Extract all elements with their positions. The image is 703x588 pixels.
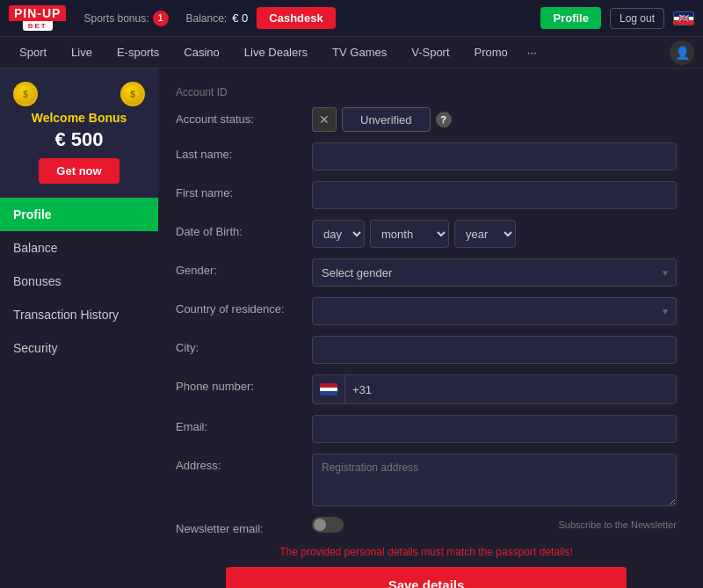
- last-name-input[interactable]: [312, 142, 677, 171]
- nav-sport[interactable]: Sport: [9, 39, 57, 66]
- newsletter-toggle[interactable]: [312, 517, 344, 533]
- sidebar-item-profile[interactable]: Profile: [0, 198, 158, 231]
- nav-more[interactable]: ···: [522, 39, 542, 66]
- dob-day-select[interactable]: day: [312, 220, 365, 248]
- city-input[interactable]: [312, 336, 677, 364]
- logo: PIN-UP BET: [9, 5, 66, 31]
- address-row: Address:: [176, 454, 677, 506]
- coin-right: $: [120, 82, 145, 106]
- sports-bonus-count[interactable]: 1: [153, 11, 169, 26]
- welcome-widget: $ $ Welcome Bonus € 500 Get now: [0, 69, 158, 198]
- nav-vsport[interactable]: V-Sport: [401, 39, 460, 66]
- account-status-label: Account status:: [176, 107, 303, 126]
- status-clear-button[interactable]: ✕: [312, 107, 337, 132]
- sports-bonus-label: Sports bonus:: [83, 12, 149, 25]
- form-section: Account ID Account status: ✕ Unverified …: [158, 69, 703, 588]
- language-selector[interactable]: 🇬🇧: [673, 11, 694, 25]
- sidebar-item-transaction-history[interactable]: Transaction History: [0, 298, 158, 331]
- logo-top: PIN-UP: [9, 5, 66, 21]
- account-status-row: Account status: ✕ Unverified ?: [176, 107, 677, 132]
- status-badge: Unverified: [342, 107, 431, 132]
- city-row: City:: [176, 336, 677, 364]
- save-details-button[interactable]: Save details: [226, 567, 627, 588]
- nl-flag: [320, 383, 337, 396]
- newsletter-subscribe-text: Subscribe to the Newsletter: [558, 519, 677, 530]
- address-textarea[interactable]: [312, 454, 677, 506]
- dob-year-select[interactable]: year: [454, 220, 516, 248]
- country-row: Country of residence: ▼: [176, 297, 677, 325]
- coin-left: $: [13, 82, 38, 106]
- last-name-label: Last name:: [176, 142, 303, 161]
- address-label: Address:: [176, 454, 303, 472]
- welcome-title: Welcome Bonus: [13, 111, 145, 125]
- nav-esports[interactable]: E-sports: [106, 39, 170, 66]
- cashdesk-button[interactable]: Cashdesk: [257, 7, 335, 29]
- nav-live[interactable]: Live: [61, 39, 103, 66]
- first-name-input[interactable]: [312, 181, 677, 209]
- warning-text: The provided personal details must match…: [176, 546, 677, 558]
- phone-label: Phone number:: [176, 374, 303, 393]
- email-row: Email:: [176, 415, 677, 443]
- country-select-wrapper: ▼: [312, 297, 677, 325]
- country-label: Country of residence:: [176, 297, 303, 316]
- dob-month-select[interactable]: month: [370, 220, 449, 248]
- gender-row: Gender: Select gender Male Female ▼: [176, 258, 677, 287]
- logo-bottom: BET: [23, 21, 53, 31]
- sports-bonus-section: Sports bonus: 1: [83, 11, 168, 26]
- header: PIN-UP BET Sports bonus: 1 Balance: € 0 …: [0, 0, 703, 37]
- sidebar-item-security[interactable]: Security: [0, 331, 158, 365]
- first-name-row: First name:: [176, 181, 677, 209]
- balance-amount: € 0: [232, 11, 248, 25]
- country-select[interactable]: [312, 297, 677, 325]
- nav-live-dealers[interactable]: Live Dealers: [234, 39, 318, 66]
- phone-input[interactable]: [345, 375, 676, 403]
- get-now-button[interactable]: Get now: [39, 158, 119, 184]
- nav-tv-games[interactable]: TV Games: [322, 39, 397, 66]
- coins-row: $ $: [13, 82, 145, 106]
- newsletter-controls: Subscribe to the Newsletter: [312, 517, 677, 533]
- first-name-label: First name:: [176, 181, 303, 200]
- sidebar-menu: Profile Balance Bonuses Transaction Hist…: [0, 198, 158, 365]
- sidebar-item-bonuses[interactable]: Bonuses: [0, 265, 158, 298]
- phone-row: Phone number:: [176, 374, 677, 404]
- dob-inputs: day month year: [312, 220, 677, 248]
- profile-button[interactable]: Profile: [540, 7, 600, 29]
- main-content: $ $ Welcome Bonus € 500 Get now Profile …: [0, 69, 703, 588]
- content-area: Cashback up to 55% from accumulator bets…: [158, 69, 703, 588]
- account-id-label: Account ID: [176, 86, 677, 98]
- dob-row: Date of Birth: day month year: [176, 220, 677, 248]
- gender-select-wrapper: Select gender Male Female ▼: [312, 258, 677, 287]
- balance-label: Balance:: [186, 12, 228, 25]
- left-panel: $ $ Welcome Bonus € 500 Get now Profile …: [0, 69, 158, 588]
- nav-promo[interactable]: Promo: [464, 39, 518, 66]
- toggle-knob: [314, 519, 326, 531]
- status-help-button[interactable]: ?: [436, 112, 452, 127]
- balance-section: Balance: € 0: [186, 11, 249, 25]
- email-label: Email:: [176, 415, 303, 433]
- gender-label: Gender:: [176, 258, 303, 277]
- welcome-amount: € 500: [13, 128, 145, 151]
- phone-input-container: [312, 374, 677, 404]
- city-label: City:: [176, 336, 303, 354]
- last-name-row: Last name:: [176, 142, 677, 171]
- phone-flag-selector[interactable]: [313, 375, 345, 403]
- sidebar-item-balance[interactable]: Balance: [0, 231, 158, 265]
- dob-label: Date of Birth:: [176, 220, 303, 238]
- logout-button[interactable]: Log out: [610, 8, 664, 29]
- gender-select[interactable]: Select gender Male Female: [312, 258, 677, 287]
- user-avatar[interactable]: 👤: [670, 40, 694, 65]
- nav-casino[interactable]: Casino: [173, 39, 229, 66]
- newsletter-label: Newsletter email:: [176, 517, 303, 535]
- status-controls: ✕ Unverified ?: [312, 107, 452, 132]
- nav-bar: Sport Live E-sports Casino Live Dealers …: [0, 37, 703, 69]
- newsletter-row: Newsletter email: Subscribe to the Newsl…: [176, 517, 677, 535]
- email-input[interactable]: [312, 415, 677, 443]
